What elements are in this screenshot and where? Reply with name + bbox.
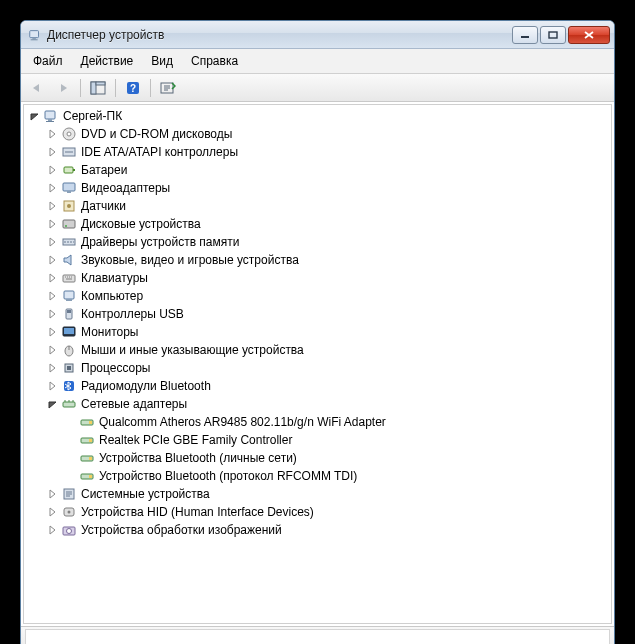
statusbar: [21, 626, 614, 644]
tree-node-label: Драйверы устройств памяти: [81, 235, 239, 249]
expand-icon[interactable]: [46, 379, 60, 393]
svg-rect-13: [46, 121, 54, 122]
memdrv-icon: [61, 234, 77, 250]
minimize-button[interactable]: [512, 26, 538, 44]
tree-node-cat-15-child-0[interactable]: Qualcomm Atheros AR9485 802.11b/g/n WiFi…: [24, 413, 611, 431]
expand-icon[interactable]: [46, 505, 60, 519]
tree-node-cat-8[interactable]: Клавиатуры: [24, 269, 611, 287]
show-hide-console-tree-button[interactable]: [87, 77, 109, 99]
device-tree[interactable]: Сергей-ПКDVD и CD-ROM дисководыIDE ATA/A…: [23, 104, 612, 624]
tree-node-cat-15-child-1[interactable]: Realtek PCIe GBE Family Controller: [24, 431, 611, 449]
tree-node-label: DVD и CD-ROM дисководы: [81, 127, 232, 141]
svg-rect-6: [91, 82, 96, 94]
tree-node-cat-18[interactable]: Устройства обработки изображений: [24, 521, 611, 539]
toolbar-separator: [150, 79, 151, 97]
netcard-icon: [79, 468, 95, 484]
back-button[interactable]: [26, 77, 48, 99]
expand-icon[interactable]: [46, 343, 60, 357]
svg-rect-41: [89, 439, 92, 442]
disc-icon: [61, 126, 77, 142]
tree-node-cat-12[interactable]: Мыши и иные указывающие устройства: [24, 341, 611, 359]
bluetooth-icon: [61, 378, 77, 394]
expand-icon[interactable]: [46, 235, 60, 249]
expand-icon[interactable]: [46, 307, 60, 321]
tree-node-cat-11[interactable]: Мониторы: [24, 323, 611, 341]
tree-node-root[interactable]: Сергей-ПК: [24, 107, 611, 125]
svg-rect-2: [31, 39, 38, 40]
svg-rect-23: [63, 220, 75, 228]
tree-node-label: Устройства Bluetooth (личные сети): [99, 451, 297, 465]
tree-node-label: Устройства HID (Human Interface Devices): [81, 505, 314, 519]
expand-icon[interactable]: [46, 199, 60, 213]
expander-none: [64, 415, 78, 429]
tree-node-cat-17[interactable]: Устройства HID (Human Interface Devices): [24, 503, 611, 521]
svg-rect-1: [32, 37, 36, 39]
tree-node-label: Процессоры: [81, 361, 151, 375]
usb-icon: [61, 306, 77, 322]
expand-icon[interactable]: [46, 145, 60, 159]
tree-node-cat-16[interactable]: Системные устройства: [24, 485, 611, 503]
menu-file[interactable]: Файл: [25, 51, 71, 71]
tree-node-cat-10[interactable]: Контроллеры USB: [24, 305, 611, 323]
tree-node-label: Устройство Bluetooth (протокол RFCOMM TD…: [99, 469, 357, 483]
tree-node-cat-4[interactable]: Датчики: [24, 197, 611, 215]
svg-rect-32: [64, 328, 74, 334]
netcard-icon: [79, 414, 95, 430]
tree-node-cat-1[interactable]: IDE ATA/ATAPI контроллеры: [24, 143, 611, 161]
close-button[interactable]: [568, 26, 610, 44]
expand-icon[interactable]: [46, 523, 60, 537]
expand-icon[interactable]: [46, 163, 60, 177]
disk-icon: [61, 216, 77, 232]
svg-rect-37: [63, 402, 75, 407]
svg-rect-30: [67, 310, 71, 313]
ide-icon: [61, 144, 77, 160]
system-icon: [61, 486, 77, 502]
expand-icon[interactable]: [46, 289, 60, 303]
tree-node-label: Контроллеры USB: [81, 307, 184, 321]
expand-icon[interactable]: [46, 271, 60, 285]
expand-icon[interactable]: [46, 253, 60, 267]
svg-text:?: ?: [130, 83, 136, 94]
svg-rect-17: [64, 167, 73, 173]
collapse-icon[interactable]: [28, 109, 42, 123]
tree-node-cat-14[interactable]: Радиомодули Bluetooth: [24, 377, 611, 395]
svg-point-50: [67, 529, 72, 534]
expand-icon[interactable]: [46, 181, 60, 195]
svg-rect-18: [73, 169, 75, 171]
svg-point-15: [67, 132, 71, 136]
forward-button[interactable]: [52, 77, 74, 99]
tree-node-cat-15-child-2[interactable]: Устройства Bluetooth (личные сети): [24, 449, 611, 467]
tree-node-label: Дисковые устройства: [81, 217, 201, 231]
tree-node-cat-6[interactable]: Драйверы устройств памяти: [24, 233, 611, 251]
tree-node-cat-5[interactable]: Дисковые устройства: [24, 215, 611, 233]
computer-icon: [61, 288, 77, 304]
menu-help[interactable]: Справка: [183, 51, 246, 71]
menu-view[interactable]: Вид: [143, 51, 181, 71]
svg-rect-11: [45, 111, 55, 119]
scan-hardware-button[interactable]: [157, 77, 179, 99]
expander-none: [64, 469, 78, 483]
tree-node-cat-15-child-3[interactable]: Устройство Bluetooth (протокол RFCOMM TD…: [24, 467, 611, 485]
tree-node-cat-13[interactable]: Процессоры: [24, 359, 611, 377]
sound-icon: [61, 252, 77, 268]
collapse-icon[interactable]: [46, 397, 60, 411]
tree-node-cat-7[interactable]: Звуковые, видео и игровые устройства: [24, 251, 611, 269]
app-icon: [27, 27, 43, 43]
svg-rect-27: [64, 291, 74, 299]
help-button[interactable]: ?: [122, 77, 144, 99]
maximize-button[interactable]: [540, 26, 566, 44]
tree-node-cat-3[interactable]: Видеоадаптеры: [24, 179, 611, 197]
tree-node-label: Мыши и иные указывающие устройства: [81, 343, 304, 357]
tree-node-cat-15[interactable]: Сетевые адаптеры: [24, 395, 611, 413]
expand-icon[interactable]: [46, 325, 60, 339]
tree-node-cat-9[interactable]: Компьютер: [24, 287, 611, 305]
expand-icon[interactable]: [46, 127, 60, 141]
menu-action[interactable]: Действие: [73, 51, 142, 71]
tree-node-cat-0[interactable]: DVD и CD-ROM дисководы: [24, 125, 611, 143]
tree-node-cat-2[interactable]: Батареи: [24, 161, 611, 179]
keyboard-icon: [61, 270, 77, 286]
svg-rect-7: [96, 82, 105, 85]
expand-icon[interactable]: [46, 217, 60, 231]
expand-icon[interactable]: [46, 361, 60, 375]
expand-icon[interactable]: [46, 487, 60, 501]
